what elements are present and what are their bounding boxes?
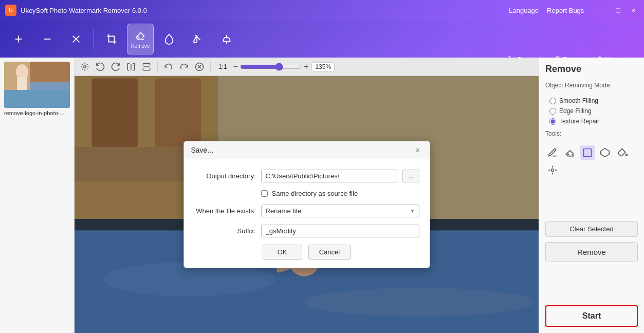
- rectangle-tool[interactable]: [580, 145, 595, 160]
- edge-filling-label: Edge Filling: [559, 107, 592, 115]
- dialog-title: Save...: [191, 146, 214, 154]
- zoom-slider[interactable]: [240, 63, 302, 71]
- svg-rect-17: [4, 90, 70, 108]
- zoom-ratio: 1:1: [218, 63, 227, 70]
- dialog-body: Output directory: ... Same directory as …: [184, 159, 430, 268]
- flip-vertical-tool[interactable]: [140, 61, 153, 73]
- canvas-image: Save... × Output directory: ...: [75, 76, 539, 333]
- svg-point-18: [84, 65, 86, 68]
- svg-point-46: [551, 169, 554, 172]
- homepage-link[interactable]: Homepage: [596, 56, 636, 63]
- same-directory-label[interactable]: Same directory as source file: [272, 190, 358, 197]
- edge-filling-option[interactable]: Edge Filling: [549, 107, 638, 115]
- app-logo: U: [5, 5, 16, 16]
- redo-button[interactable]: [178, 61, 190, 73]
- browse-button[interactable]: ...: [402, 170, 419, 182]
- remove-button[interactable]: Remove: [545, 242, 638, 262]
- svg-rect-11: [555, 59, 560, 62]
- file-exists-row: When the file exists: Rename file Overwr…: [194, 205, 419, 217]
- save-dialog: Save... × Output directory: ...: [183, 141, 430, 268]
- output-directory-row: Output directory: ...: [194, 170, 419, 182]
- object-removing-mode-label: Object Removing Mode:: [545, 82, 638, 89]
- zoom-percent: 135%: [311, 62, 335, 71]
- output-directory-label: Output directory:: [194, 172, 256, 180]
- rotate-left-tool[interactable]: [94, 61, 106, 73]
- register-link[interactable]: Register: [554, 56, 586, 63]
- zoom-controls[interactable]: − +: [233, 62, 309, 71]
- homepage-label: Homepage: [605, 56, 636, 63]
- remove-tool-button[interactable]: Remove: [127, 24, 154, 54]
- canvas-toolbar: 1:1 − + 135%: [75, 58, 539, 76]
- brush-tool-button[interactable]: [185, 24, 211, 54]
- sidebar: remove-logo-in-photo-...: [0, 58, 75, 333]
- suffix-input[interactable]: [261, 225, 419, 237]
- clear-selected-button[interactable]: Clear Selected: [545, 221, 638, 237]
- window-controls: — □ ×: [594, 5, 639, 15]
- close-button[interactable]: ×: [629, 5, 639, 15]
- title-nav: Language Report Bugs: [509, 7, 584, 14]
- edge-filling-radio[interactable]: [549, 108, 556, 115]
- crop-tool-button[interactable]: [98, 24, 125, 54]
- flip-horizontal-tool[interactable]: [125, 61, 137, 73]
- suffix-label: Suffix:: [194, 227, 256, 235]
- brush-draw-tool[interactable]: [545, 145, 560, 160]
- smooth-filling-option[interactable]: Smooth Filling: [549, 97, 638, 104]
- svg-line-5: [138, 36, 140, 38]
- right-panel: Remove Object Removing Mode: Smooth Fill…: [539, 58, 644, 333]
- zoom-out-icon[interactable]: −: [233, 62, 238, 71]
- cancel-button[interactable]: Cancel: [308, 245, 351, 260]
- file-exists-dropdown-wrapper: Rename file Overwrite Skip ▼: [261, 205, 419, 217]
- dialog-title-bar: Save... ×: [184, 141, 430, 159]
- start-button[interactable]: Start: [545, 305, 638, 327]
- fill-tool[interactable]: [615, 145, 630, 160]
- thumbnail-image: [4, 62, 70, 108]
- eraser-tool[interactable]: [563, 145, 577, 160]
- clear-canvas-button[interactable]: [193, 61, 206, 73]
- ok-button[interactable]: OK: [263, 245, 302, 260]
- close-list-button[interactable]: [63, 24, 89, 54]
- thumbnail-label: remove-logo-in-photo-...: [4, 110, 70, 116]
- svg-line-39: [567, 154, 569, 155]
- tools-row: [545, 145, 638, 177]
- dialog-close-button[interactable]: ×: [413, 145, 422, 155]
- texture-repair-option[interactable]: Texture Repair: [549, 118, 638, 125]
- maximize-button[interactable]: □: [613, 5, 623, 15]
- svg-rect-14: [30, 62, 70, 82]
- magic-wand-tool[interactable]: [545, 163, 560, 177]
- dialog-overlay: Save... × Output directory: ...: [75, 76, 539, 333]
- zoom-in-icon[interactable]: +: [304, 62, 308, 71]
- app-title: UkeySoft Photo Watermark Remover 6.0.0: [21, 7, 509, 14]
- tools-label: Tools:: [545, 130, 638, 137]
- smooth-filling-radio[interactable]: [549, 98, 556, 104]
- drop-tool-button[interactable]: [156, 24, 182, 54]
- title-bar: U UkeySoft Photo Watermark Remover 6.0.0…: [0, 0, 644, 21]
- suffix-row: Suffix:: [194, 225, 419, 237]
- main-layout: remove-logo-in-photo-...: [0, 58, 644, 333]
- thumbnail[interactable]: [4, 62, 70, 108]
- undo-button[interactable]: [162, 61, 175, 73]
- remove-list-button[interactable]: [34, 24, 61, 54]
- svg-rect-40: [584, 149, 592, 157]
- same-directory-checkbox[interactable]: [261, 190, 268, 197]
- output-directory-input[interactable]: [261, 170, 397, 182]
- polygon-tool[interactable]: [598, 145, 612, 160]
- canvas-area: 1:1 − + 135%: [75, 58, 539, 333]
- report-bugs-link[interactable]: Report Bugs: [547, 7, 584, 14]
- texture-repair-label: Texture Repair: [559, 118, 599, 125]
- texture-repair-radio[interactable]: [549, 118, 556, 125]
- mode-radio-group: Smooth Filling Edge Filling Texture Repa…: [549, 97, 638, 125]
- add-button[interactable]: [5, 24, 32, 54]
- rotate-right-tool[interactable]: [109, 61, 122, 73]
- svg-line-6: [195, 35, 200, 40]
- minimize-button[interactable]: —: [594, 5, 608, 15]
- file-exists-dropdown[interactable]: Rename file Overwrite Skip: [261, 205, 419, 217]
- file-exists-label: When the file exists:: [194, 207, 256, 215]
- smooth-filling-label: Smooth Filling: [559, 97, 598, 104]
- pin-tool-button[interactable]: [213, 24, 240, 54]
- language-menu[interactable]: Language: [509, 7, 539, 14]
- same-directory-row: Same directory as source file: [261, 190, 419, 197]
- register-label: Register: [563, 56, 586, 63]
- dialog-footer: OK Cancel: [194, 245, 419, 260]
- move-tool[interactable]: [79, 61, 91, 73]
- svg-marker-41: [601, 149, 610, 157]
